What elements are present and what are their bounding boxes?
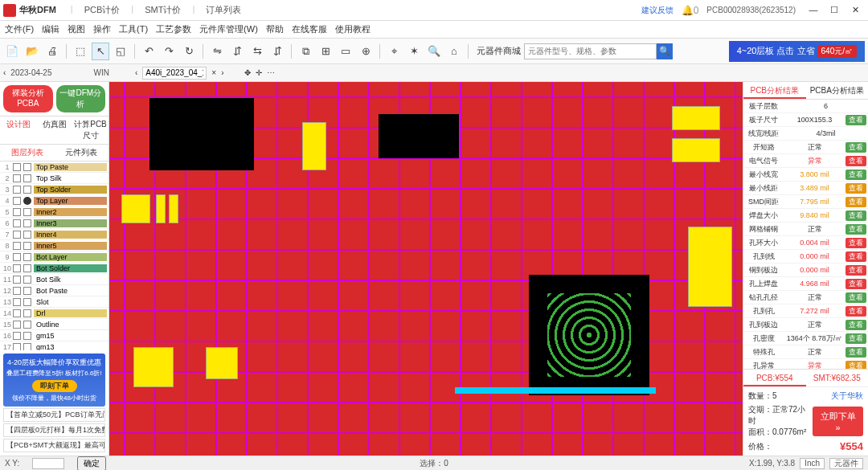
- view-button[interactable]: 查看: [845, 115, 866, 125]
- layer-checkbox[interactable]: [13, 186, 21, 194]
- subtab-sim[interactable]: 仿真图: [36, 116, 72, 144]
- smt-pricing-link[interactable]: SMT计价: [145, 4, 181, 16]
- subtab-design[interactable]: 设计图: [0, 116, 36, 144]
- tool-s1-icon[interactable]: ✥: [244, 68, 251, 77]
- layer-vis[interactable]: [23, 242, 31, 250]
- layer-row[interactable]: 7 Inner4: [0, 229, 108, 240]
- menu-process[interactable]: 工艺参数: [156, 23, 191, 35]
- layer-row[interactable]: 13 Slot: [0, 296, 108, 308]
- print-icon[interactable]: 🖨: [43, 43, 61, 60]
- unit-select[interactable]: Inch: [800, 458, 825, 469]
- layer-vis[interactable]: [23, 231, 31, 239]
- menu-file[interactable]: 文件(F): [5, 23, 34, 35]
- xy-input[interactable]: [32, 458, 64, 469]
- layer-checkbox[interactable]: [13, 242, 21, 250]
- layer-row[interactable]: 2 Top Silk: [0, 173, 108, 184]
- layer-checkbox[interactable]: [13, 343, 21, 351]
- tool-icon[interactable]: ⊕: [357, 43, 375, 60]
- layer-checkbox[interactable]: [13, 219, 21, 227]
- view-button[interactable]: 查看: [845, 197, 866, 207]
- home-icon[interactable]: ⌂: [445, 43, 463, 60]
- menu-tools[interactable]: 工具(T): [119, 23, 148, 35]
- layer-checkbox[interactable]: [13, 287, 21, 295]
- layer-checkbox[interactable]: [13, 332, 21, 340]
- menu-lib[interactable]: 元件库管理(W): [199, 23, 258, 35]
- dfm-analyze-button[interactable]: 一键DFM分析: [56, 85, 106, 112]
- layer-vis[interactable]: [23, 298, 31, 306]
- promo-banner[interactable]: 4~20层板 点击 立省 640元/㎡: [729, 41, 865, 62]
- promo-link-2[interactable]: 【四层板0元打样】每月1次免费...: [3, 423, 105, 437]
- bell-icon[interactable]: 🔔0: [682, 5, 699, 16]
- layer-list[interactable]: 1 Top Paste2 Top Silk3 Top Solder4 Top L…: [0, 161, 108, 350]
- layer-row[interactable]: 11 Bot Silk: [0, 274, 108, 285]
- layer-vis[interactable]: [23, 276, 31, 284]
- view-button[interactable]: 查看: [845, 347, 866, 358]
- view-button[interactable]: 查看: [845, 279, 866, 289]
- tool3-icon[interactable]: ◱: [112, 43, 129, 60]
- redo-icon[interactable]: ↷: [160, 43, 178, 60]
- search-input[interactable]: [524, 43, 657, 59]
- layer-checkbox[interactable]: [13, 208, 21, 216]
- layer-checkbox[interactable]: [13, 231, 21, 239]
- layer-vis[interactable]: [23, 163, 31, 171]
- price-tab-smt[interactable]: SMT:¥682.35: [806, 370, 869, 386]
- close-tab-icon[interactable]: ×: [211, 68, 216, 77]
- zoom-full-icon[interactable]: ✶: [405, 43, 423, 60]
- tool1-icon[interactable]: ⬚: [72, 43, 89, 60]
- layer-row[interactable]: 1 Top Paste: [0, 161, 108, 173]
- layer-vis[interactable]: [23, 321, 31, 329]
- eye-icon[interactable]: [23, 197, 31, 205]
- menu-support[interactable]: 在线客服: [292, 23, 327, 35]
- layer-checkbox[interactable]: [13, 276, 21, 284]
- menu-view[interactable]: 视图: [68, 23, 85, 35]
- search-go-icon[interactable]: 🔍: [657, 43, 673, 59]
- view-button[interactable]: 查看: [845, 210, 866, 221]
- layer-checkbox[interactable]: [13, 264, 21, 272]
- view-button[interactable]: 查看: [845, 170, 866, 180]
- maximize-icon[interactable]: ☐: [825, 5, 844, 15]
- refresh-icon[interactable]: ↻: [180, 43, 198, 60]
- mirror-icon[interactable]: ⇆: [248, 43, 266, 60]
- layer-row[interactable]: 14 Drl: [0, 308, 108, 319]
- zoom-fit-icon[interactable]: ⌖: [385, 43, 403, 60]
- menu-tutorial[interactable]: 使用教程: [335, 23, 371, 35]
- layer-vis[interactable]: [23, 264, 31, 272]
- tool-s2-icon[interactable]: ✛: [256, 68, 262, 77]
- layer-row[interactable]: 5 Inner2: [0, 206, 108, 218]
- minimize-icon[interactable]: —: [804, 5, 823, 15]
- layer-row[interactable]: 17 gm13: [0, 341, 108, 350]
- flip-icon[interactable]: ⇋: [208, 43, 226, 60]
- tool-s3-icon[interactable]: ⋯: [267, 68, 275, 77]
- layer-row[interactable]: 8 Inner5: [0, 240, 108, 251]
- layer-vis[interactable]: [23, 309, 31, 317]
- pcb-canvas[interactable]: [109, 82, 743, 456]
- chevron-right-icon[interactable]: ›: [221, 68, 223, 77]
- tab-pcba-analysis[interactable]: PCBA分析结果: [806, 82, 869, 99]
- open-icon[interactable]: 📂: [23, 43, 41, 60]
- layer-row[interactable]: 10 Bot Solder: [0, 263, 108, 274]
- view-button[interactable]: 查看: [845, 306, 866, 317]
- view-button[interactable]: 查看: [845, 361, 866, 370]
- layer-row[interactable]: 3 Top Solder: [0, 184, 108, 195]
- layer-checkbox[interactable]: [13, 298, 21, 306]
- layer-row[interactable]: 4 Top Layer: [0, 195, 108, 206]
- layers-icon[interactable]: ⧉: [297, 43, 314, 60]
- layer-vis[interactable]: [23, 332, 31, 340]
- tab-layers[interactable]: 图层列表: [0, 145, 55, 161]
- chevron-left2-icon[interactable]: ‹: [135, 68, 137, 77]
- view-button[interactable]: 查看: [845, 156, 866, 166]
- menu-action[interactable]: 操作: [93, 23, 111, 35]
- layer-checkbox[interactable]: [13, 174, 21, 182]
- promo-link-3[interactable]: 【PCB+SMT大额返现】最高可达...: [3, 439, 105, 452]
- layer-checkbox[interactable]: [13, 309, 21, 317]
- view-button[interactable]: 查看: [845, 333, 866, 344]
- view-button[interactable]: 查看: [845, 142, 866, 153]
- promo-ad[interactable]: 4-20层板大幅降价享双重优惠 叠层工程费降至5折! 板材打6.6折! 即刻下单…: [3, 354, 105, 407]
- layer-checkbox[interactable]: [13, 321, 21, 329]
- menu-edit[interactable]: 编辑: [42, 23, 59, 35]
- tab-components[interactable]: 元件列表: [55, 145, 109, 161]
- layer-row[interactable]: 15 Outline: [0, 319, 108, 330]
- layer-row[interactable]: 12 Bot Paste: [0, 285, 108, 296]
- layer-vis[interactable]: [23, 208, 31, 216]
- flipv-icon[interactable]: ⇵: [228, 43, 246, 60]
